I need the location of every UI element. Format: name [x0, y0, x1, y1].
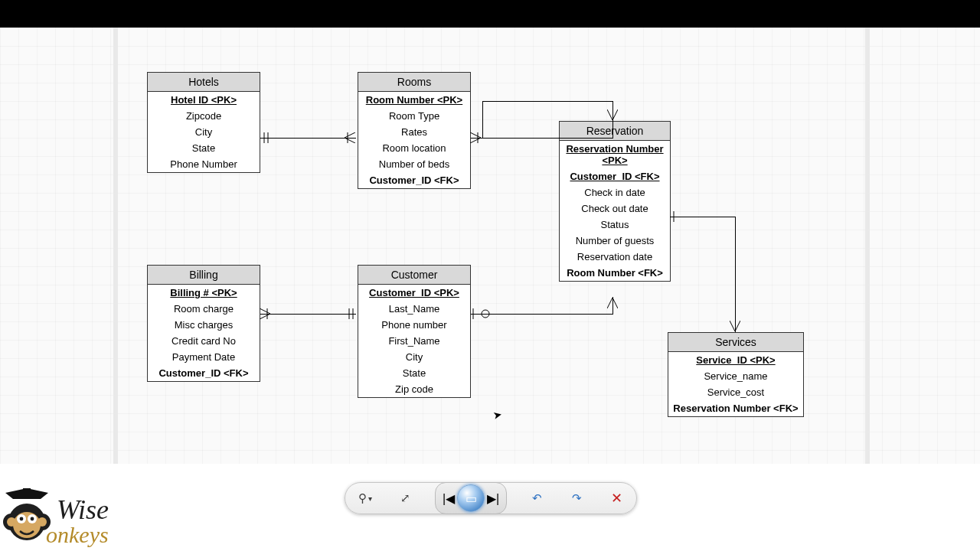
attr: Phone Number — [148, 156, 260, 172]
entity-title: Hotels — [148, 73, 260, 92]
attr: State — [358, 365, 470, 381]
entity-services[interactable]: Services Service_ID <PK> Service_name Se… — [668, 332, 804, 417]
paper-edge-left — [113, 28, 118, 464]
attr: City — [358, 349, 470, 365]
attr: Check out date — [560, 201, 670, 217]
entity-title: Billing — [148, 266, 260, 285]
attr: Room location — [358, 140, 470, 156]
player-toolbar: ⚲ ▾ ⤢ |◀ ▭ ▶| ↶ ↷ ✕ — [345, 482, 637, 514]
logo-text-1: Wise — [57, 497, 109, 522]
attr-pk: Customer_ID <PK> — [358, 285, 470, 301]
attr-fk: Reservation Number <FK> — [668, 400, 803, 416]
first-button[interactable]: |◀ — [442, 491, 456, 506]
svg-point-32 — [20, 517, 24, 521]
attr: City — [148, 124, 260, 140]
zoom-button[interactable]: ⚲ ▾ — [355, 488, 375, 508]
edge-rooms-reservation-h2 — [482, 101, 612, 102]
svg-point-33 — [31, 517, 34, 521]
zoom-icon: ⚲ — [358, 491, 367, 505]
edge-reservation-services-v — [735, 217, 736, 332]
attr-fk: Customer_ID <FK> — [560, 168, 670, 184]
attr-pk: Billing # <PK> — [148, 285, 260, 301]
attr: Rates — [358, 124, 470, 140]
entity-title: Services — [668, 333, 803, 352]
attr: Last_Name — [358, 301, 470, 317]
attr-fk: Customer_ID <FK> — [148, 365, 260, 381]
attr: Number of guests — [560, 233, 670, 249]
attr: Reservation date — [560, 249, 670, 265]
last-icon: ▶| — [487, 491, 499, 506]
close-icon: ✕ — [611, 490, 622, 507]
entity-customer[interactable]: Customer Customer_ID <PK> Last_Name Phon… — [358, 265, 471, 398]
entity-rooms[interactable]: Rooms Room Number <PK> Room Type Rates R… — [358, 72, 471, 189]
attr-fk: Room Number <FK> — [560, 265, 670, 281]
fit-icon: ⤢ — [400, 491, 410, 505]
attr: Phone number — [358, 317, 470, 333]
edge-hotels-rooms — [260, 138, 356, 139]
attr-pk: Room Number <PK> — [358, 92, 470, 108]
redo-icon: ↷ — [572, 491, 582, 505]
monkey-icon — [2, 488, 52, 548]
attr: Misc charges — [148, 317, 260, 333]
edge-reservation-services-h — [670, 217, 736, 217]
play-icon: ▭ — [466, 491, 477, 506]
attr: Service_cost — [668, 384, 803, 400]
playback-group: |◀ ▭ ▶| — [435, 482, 507, 514]
attr: First_Name — [358, 333, 470, 349]
entity-title: Customer — [358, 266, 470, 285]
dropdown-caret-icon: ▾ — [368, 494, 372, 503]
attr: Payment Date — [148, 349, 260, 365]
attr: Zip code — [358, 381, 470, 397]
attr: Room Type — [358, 108, 470, 124]
attr-pk: Hotel ID <PK> — [148, 92, 260, 108]
entity-hotels[interactable]: Hotels Hotel ID <PK> Zipcode City State … — [147, 72, 260, 173]
undo-button[interactable]: ↶ — [527, 488, 547, 508]
edge-billing-customer — [260, 314, 356, 315]
entity-reservation[interactable]: Reservation Reservation Number <PK> Cust… — [559, 121, 671, 282]
watermark-logo: Wise onkeys — [2, 488, 109, 548]
attr: Zipcode — [148, 108, 260, 124]
attr: Check in date — [560, 184, 670, 201]
edge-rooms-reservation-v2 — [482, 101, 483, 138]
edge-rooms-reservation-h1 — [471, 138, 612, 139]
attr-fk: Customer_ID <FK> — [358, 172, 470, 188]
attr-pk: Service_ID <PK> — [668, 352, 803, 368]
attr: Room charge — [148, 301, 260, 317]
attr-pk: <PK> — [560, 155, 670, 168]
paper-edge-right — [865, 28, 870, 464]
last-button[interactable]: ▶| — [486, 491, 500, 506]
diagram-canvas[interactable]: Hotels Hotel ID <PK> Zipcode City State … — [0, 28, 980, 464]
logo-text-2: onkeys — [46, 522, 109, 548]
redo-button[interactable]: ↷ — [567, 488, 586, 508]
play-button[interactable]: ▭ — [457, 484, 485, 512]
attr-pk: Reservation Number — [560, 141, 670, 155]
attr: State — [148, 140, 260, 156]
attr: Status — [560, 217, 670, 233]
entity-billing[interactable]: Billing Billing # <PK> Room charge Misc … — [147, 265, 260, 382]
entity-title: Rooms — [358, 73, 470, 92]
first-icon: |◀ — [443, 491, 455, 506]
attr: Service_name — [668, 368, 803, 384]
attr: Credit card No — [148, 333, 260, 349]
close-button[interactable]: ✕ — [606, 488, 626, 508]
edge-customer-reservation-h — [471, 314, 612, 315]
svg-rect-23 — [23, 488, 31, 496]
attr: Number of beds — [358, 156, 470, 172]
letterbox-top — [0, 0, 980, 28]
edge-customer-reservation-v — [612, 297, 613, 315]
undo-icon: ↶ — [532, 491, 542, 505]
edge-rooms-reservation-v — [612, 101, 613, 139]
fit-button[interactable]: ⤢ — [395, 488, 415, 508]
